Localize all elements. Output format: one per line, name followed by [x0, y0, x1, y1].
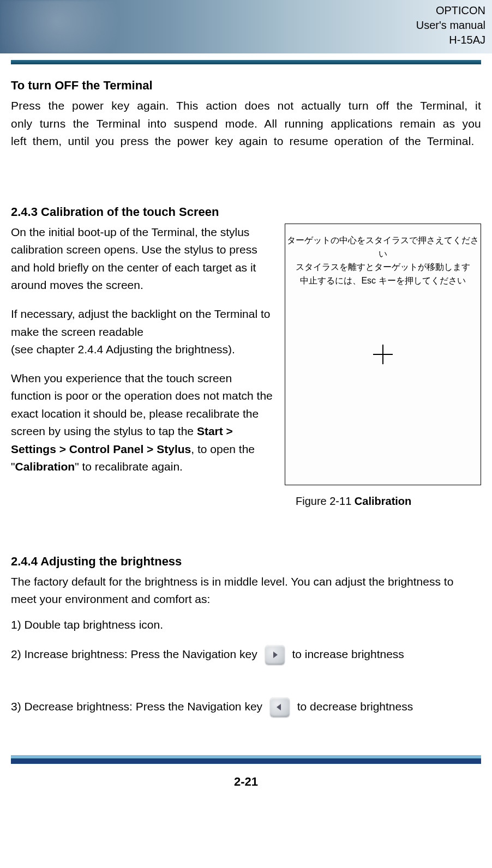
nav-left-icon: [270, 697, 290, 717]
spacer: [11, 674, 481, 686]
section-brightness-title: 2.4.4 Adjusting the brightness: [11, 552, 481, 571]
section-turn-off-title: To turn OFF the Terminal: [11, 76, 481, 95]
spacer: [11, 510, 481, 548]
crosshair-icon: [372, 343, 394, 365]
calib-p3-bold-calib: Calibration: [15, 460, 75, 473]
calibration-wrapper: ターゲットの中心をスタイラスで押さえてください スタイラスを離すとターゲットが移…: [11, 224, 481, 510]
calib-p3-post: " to recalibrate again.: [75, 460, 183, 473]
doc-type: User's manual: [416, 18, 485, 33]
brightness-step2: 2) Increase brightness: Press the Naviga…: [11, 642, 481, 667]
calib-p2: If necessary, adjust the backlight on th…: [11, 305, 275, 359]
caption-bold: Calibration: [355, 495, 411, 507]
footer-bar-dark: [11, 758, 481, 764]
calib-p3-pre: When you experience that the touch scree…: [11, 372, 273, 438]
calib-p2-line2: (see chapter 2.4.4 Adjusting the brightn…: [11, 343, 235, 355]
section-calibration-title: 2.4.3 Calibration of the touch Screen: [11, 203, 481, 221]
header-text-block: OPTICON User's manual H-15AJ: [416, 3, 485, 47]
page-number: 2-21: [0, 773, 492, 791]
model-number: H-15AJ: [416, 33, 485, 47]
calib-instruction-jp-2: スタイラスを離すとターゲットが移動します: [285, 261, 481, 274]
header-accent-bar: [11, 60, 481, 64]
step3-post: to decrease brightness: [297, 700, 413, 713]
spacer: [11, 160, 481, 198]
section-turn-off-body: Press the power key again. This action d…: [11, 97, 481, 150]
document-header: OPTICON User's manual H-15AJ: [0, 0, 492, 53]
calib-p3: When you experience that the touch scree…: [11, 370, 275, 476]
step3-pre: 3) Decrease brightness: Press the Naviga…: [11, 700, 266, 713]
calibration-screenshot: ターゲットの中心をスタイラスで押さえてください スタイラスを離すとターゲットが移…: [285, 224, 481, 485]
step2-pre: 2) Increase brightness: Press the Naviga…: [11, 648, 261, 660]
calibration-left-column: On the initial boot-up of the Terminal, …: [11, 224, 275, 476]
brand-name: OPTICON: [416, 3, 485, 18]
calib-instruction-jp-3: 中止するには、Esc キーを押してください: [285, 274, 481, 288]
spacer: [0, 727, 492, 745]
brightness-step1: 1) Double tap brightness icon.: [11, 616, 481, 634]
figure-caption: Figure 2-11 Calibration: [285, 493, 481, 510]
calibration-figure: ターゲットの中心をスタイラスで押さえてください スタイラスを離すとターゲットが移…: [285, 224, 481, 510]
brightness-intro: The factory default for the brightness i…: [11, 573, 481, 608]
nav-right-icon: [265, 645, 285, 665]
brightness-step3: 3) Decrease brightness: Press the Naviga…: [11, 694, 481, 719]
calib-p2-line1: If necessary, adjust the backlight on th…: [11, 308, 270, 338]
calib-p1: On the initial boot-up of the Terminal, …: [11, 224, 275, 294]
step2-post: to increase brightness: [292, 648, 404, 660]
calib-instruction-jp-1: ターゲットの中心をスタイラスで押さえてください: [285, 234, 481, 261]
caption-prefix: Figure 2-11: [296, 495, 355, 507]
